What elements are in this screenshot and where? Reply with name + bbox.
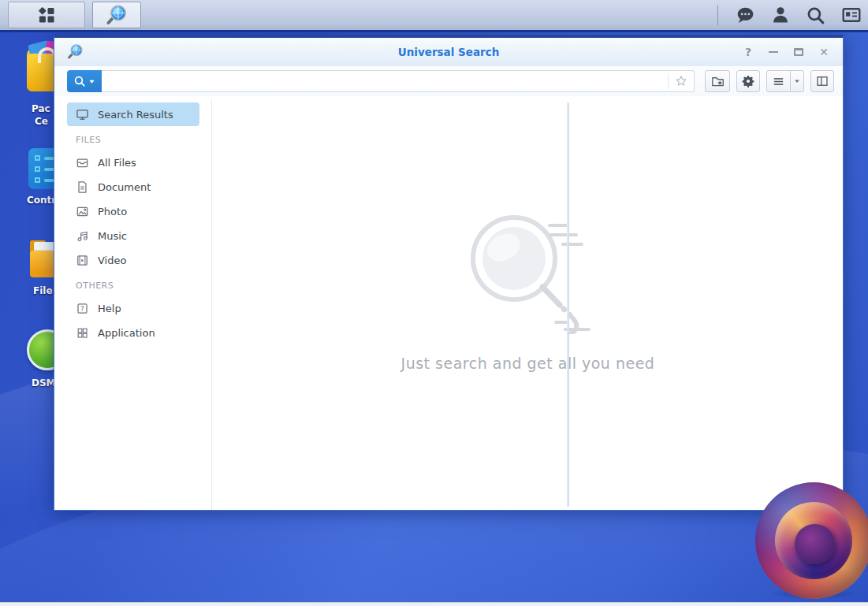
sidebar: Search Results FILES All Files (54, 99, 212, 510)
window-titlebar[interactable]: Universal Search ? ✕ (54, 38, 843, 66)
settings-button[interactable] (736, 70, 760, 92)
video-icon (76, 254, 89, 267)
search-field (102, 70, 695, 92)
taskbar-divider (717, 5, 718, 25)
swirl-logo (755, 482, 868, 599)
sidebar-item-label: Document (98, 181, 151, 193)
sidebar-item-document[interactable]: Document (67, 175, 199, 199)
universal-search-icon (106, 4, 128, 26)
dual-pane-icon (815, 74, 829, 88)
sidebar-item-help[interactable]: ? Help (67, 296, 199, 320)
sidebar-item-all-files[interactable]: All Files (67, 151, 199, 174)
results-pane: Just search and get all you need (213, 99, 843, 510)
chat-icon[interactable] (736, 6, 755, 25)
taskbar (0, 0, 868, 32)
favorite-star-icon (674, 74, 688, 88)
magnifier-illustration (455, 210, 601, 334)
window-toolbar (54, 66, 843, 96)
taskbar-right (717, 0, 862, 30)
view-mode-button-group (766, 70, 804, 92)
search-scope-button[interactable] (67, 70, 102, 92)
desktop-icon-label[interactable]: Contr (27, 195, 56, 206)
window-controls: ? ✕ (736, 38, 836, 66)
monitor-icon (76, 108, 89, 121)
help-button[interactable]: ? (736, 38, 761, 66)
pane-scrollbar-track[interactable] (567, 102, 569, 507)
desktop: Pac Ce Contr File DSM (0, 0, 868, 606)
sidebar-item-photo[interactable]: Photo (67, 199, 199, 223)
minimize-button[interactable] (761, 38, 786, 66)
sidebar-item-label: All Files (98, 157, 136, 169)
settings-gear-icon (741, 74, 755, 88)
help-icon: ? (76, 302, 89, 315)
sidebar-item-label: Help (98, 303, 121, 314)
all-files-icon (76, 156, 89, 169)
photo-icon (76, 205, 89, 218)
window-title: Universal Search (54, 38, 843, 66)
dual-pane-button[interactable] (810, 70, 834, 92)
desktop-icon-label[interactable]: File (33, 285, 53, 296)
sidebar-section-header-others: OTHERS (76, 281, 211, 291)
main-menu-grid-icon (36, 5, 57, 25)
document-icon (76, 180, 89, 194)
screen-bottom-edge (0, 602, 868, 606)
sidebar-item-label: Photo (98, 206, 127, 217)
universal-search-taskbar-button[interactable] (92, 2, 141, 28)
window-body: Search Results FILES All Files (54, 99, 843, 510)
favorite-star-button[interactable] (669, 74, 694, 88)
widgets-icon[interactable] (841, 5, 862, 25)
saved-searches-button[interactable] (705, 70, 730, 92)
sidebar-item-search-results[interactable]: Search Results (67, 102, 199, 126)
desktop-icon-label[interactable]: Ce (35, 116, 48, 127)
music-icon (76, 229, 89, 243)
view-mode-caret-button[interactable] (791, 71, 803, 91)
user-icon[interactable] (771, 6, 790, 24)
sidebar-item-label: Music (98, 230, 127, 242)
desktop-icon-label[interactable]: DSM (32, 377, 56, 389)
search-magnifier-icon (73, 75, 86, 87)
saved-searches-folder-icon (710, 74, 725, 89)
sidebar-item-label: Video (98, 255, 126, 266)
main-menu-button[interactable] (8, 2, 85, 28)
sidebar-section-header-files: FILES (76, 135, 211, 145)
maximize-button[interactable] (786, 38, 811, 66)
sidebar-item-video[interactable]: Video (67, 248, 199, 272)
sidebar-item-music[interactable]: Music (67, 224, 199, 247)
view-caret-icon (794, 78, 800, 84)
sidebar-item-application[interactable]: Application (67, 321, 199, 344)
search-input[interactable] (102, 71, 668, 91)
universal-search-window: Universal Search ? ✕ (54, 35, 844, 511)
application-icon (76, 326, 89, 340)
search-icon[interactable] (806, 6, 825, 25)
empty-state: Just search and get all you need (213, 210, 843, 372)
desktop-icon-label[interactable]: Pac (32, 103, 50, 114)
dropdown-caret-icon (88, 78, 95, 85)
svg-text:?: ? (80, 304, 84, 312)
list-view-button[interactable] (767, 71, 791, 91)
empty-state-message: Just search and get all you need (213, 355, 843, 372)
sidebar-item-label: Search Results (98, 109, 173, 121)
sidebar-item-label: Application (98, 327, 155, 339)
list-view-icon (772, 75, 785, 88)
close-button[interactable]: ✕ (811, 38, 836, 66)
